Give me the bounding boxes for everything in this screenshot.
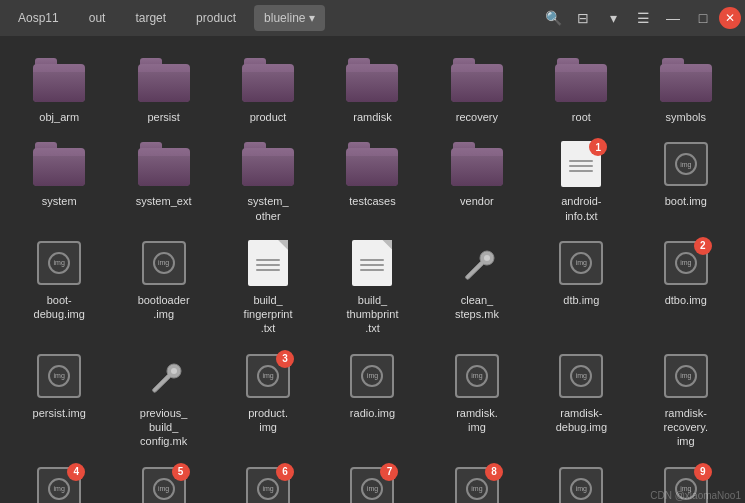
file-name-0: obj_arm (39, 110, 79, 124)
file-name-4: recovery (456, 110, 498, 124)
file-name-3: ramdisk (353, 110, 392, 124)
file-grid: obj_arm persist product ramdisk recovery… (4, 44, 741, 503)
file-item-12[interactable]: 1android- info.txt (530, 132, 632, 229)
file-icon-5 (555, 54, 607, 106)
file-icon-15: img (138, 237, 190, 289)
file-icon-25: img (451, 350, 503, 402)
file-item-26[interactable]: imgramdisk- debug.img (530, 344, 632, 455)
file-name-14: boot- debug.img (34, 293, 85, 322)
file-item-14[interactable]: imgboot- debug.img (8, 231, 110, 342)
file-item-29[interactable]: 5imgsystem.img (112, 457, 214, 503)
file-item-33[interactable]: imgvbmeta. img (530, 457, 632, 503)
file-icon-10 (346, 138, 398, 190)
tab-out[interactable]: out (75, 5, 120, 31)
file-item-27[interactable]: imgramdisk- recovery. img (635, 344, 737, 455)
img-file-icon-27: img (664, 354, 708, 398)
tab-target[interactable]: target (121, 5, 180, 31)
file-item-15[interactable]: imgbootloader .img (112, 231, 214, 342)
file-item-6[interactable]: symbols (635, 48, 737, 130)
file-icon-30: 6img (242, 463, 294, 503)
minimize-button[interactable]: — (659, 4, 687, 32)
list-dropdown-button[interactable]: ▾ (599, 4, 627, 32)
img-file-icon-19: img (559, 241, 603, 285)
badge-34: 9 (694, 463, 712, 481)
file-icon-18 (451, 237, 503, 289)
file-item-30[interactable]: 6imgsystem_ ext.img (217, 457, 319, 503)
tab-product[interactable]: product (182, 5, 250, 31)
file-icon-12: 1 (555, 138, 607, 190)
file-icon-20: 2img (660, 237, 712, 289)
file-name-16: build_ fingerprint .txt (244, 293, 293, 336)
file-icon-19: img (555, 237, 607, 289)
file-item-20[interactable]: 2imgdtbo.img (635, 231, 737, 342)
file-icon-32: 8img (451, 463, 503, 503)
file-item-8[interactable]: system_ext (112, 132, 214, 229)
svg-point-0 (484, 255, 490, 261)
file-name-25: ramdisk. img (456, 406, 498, 435)
file-icon-1 (138, 54, 190, 106)
img-file-icon-15: img (142, 241, 186, 285)
tab-blueline[interactable]: blueline ▾ (254, 5, 325, 31)
file-name-17: build_ thumbprint .txt (347, 293, 399, 336)
badge-12: 1 (589, 138, 607, 156)
file-icon-13: img (660, 138, 712, 190)
list-view-button[interactable]: ⊟ (569, 4, 597, 32)
img-file-icon-14: img (37, 241, 81, 285)
file-item-7[interactable]: system (8, 132, 110, 229)
file-name-22: previous_ build_ config.mk (140, 406, 188, 449)
file-item-1[interactable]: persist (112, 48, 214, 130)
file-icon-11 (451, 138, 503, 190)
txt-file-icon-16 (248, 240, 288, 286)
file-item-0[interactable]: obj_arm (8, 48, 110, 130)
file-icon-9 (242, 138, 294, 190)
file-icon-22 (138, 350, 190, 402)
file-item-21[interactable]: imgpersist.img (8, 344, 110, 455)
file-item-5[interactable]: root (530, 48, 632, 130)
maximize-button[interactable]: □ (689, 4, 717, 32)
file-icon-16 (242, 237, 294, 289)
img-file-icon-33: img (559, 467, 603, 503)
folder-icon-4 (451, 58, 503, 102)
file-item-16[interactable]: build_ fingerprint .txt (217, 231, 319, 342)
file-item-19[interactable]: imgdtb.img (530, 231, 632, 342)
file-name-5: root (572, 110, 591, 124)
folder-icon-10 (346, 142, 398, 186)
file-item-34[interactable]: 9imgvendor.img (635, 457, 737, 503)
file-item-2[interactable]: product (217, 48, 319, 130)
file-item-28[interactable]: 4imgsuper_ empty.img (8, 457, 110, 503)
img-file-icon-24: img (350, 354, 394, 398)
file-item-24[interactable]: imgradio.img (321, 344, 423, 455)
menu-button[interactable]: ☰ (629, 4, 657, 32)
file-item-25[interactable]: imgramdisk. img (426, 344, 528, 455)
file-item-17[interactable]: build_ thumbprint .txt (321, 231, 423, 342)
file-item-11[interactable]: vendor (426, 132, 528, 229)
tab-aosp11[interactable]: Aosp11 (4, 5, 73, 31)
folder-icon-5 (555, 58, 607, 102)
file-item-4[interactable]: recovery (426, 48, 528, 130)
file-item-32[interactable]: 8imguserdata. img (426, 457, 528, 503)
file-name-27: ramdisk- recovery. img (664, 406, 708, 449)
file-name-20: dtbo.img (665, 293, 707, 307)
folder-icon-0 (33, 58, 85, 102)
file-item-9[interactable]: system_ other (217, 132, 319, 229)
file-item-22[interactable]: previous_ build_ config.mk (112, 344, 214, 455)
folder-icon-3 (346, 58, 398, 102)
file-item-3[interactable]: ramdisk (321, 48, 423, 130)
file-item-18[interactable]: clean_ steps.mk (426, 231, 528, 342)
file-item-31[interactable]: 7imgsystem_ other.img (321, 457, 423, 503)
badge-28: 4 (67, 463, 85, 481)
file-icon-26: img (555, 350, 607, 402)
file-icon-27: img (660, 350, 712, 402)
close-button[interactable]: ✕ (719, 7, 741, 29)
file-name-21: persist.img (33, 406, 86, 420)
file-icon-2 (242, 54, 294, 106)
file-icon-23: 3img (242, 350, 294, 402)
search-button[interactable]: 🔍 (539, 4, 567, 32)
file-name-13: boot.img (665, 194, 707, 208)
file-name-11: vendor (460, 194, 494, 208)
file-item-13[interactable]: imgboot.img (635, 132, 737, 229)
titlebar: Aosp11outtargetproductblueline ▾ 🔍 ⊟ ▾ ☰… (0, 0, 745, 36)
file-item-10[interactable]: testcases (321, 132, 423, 229)
folder-icon-8 (138, 142, 190, 186)
file-item-23[interactable]: 3imgproduct. img (217, 344, 319, 455)
